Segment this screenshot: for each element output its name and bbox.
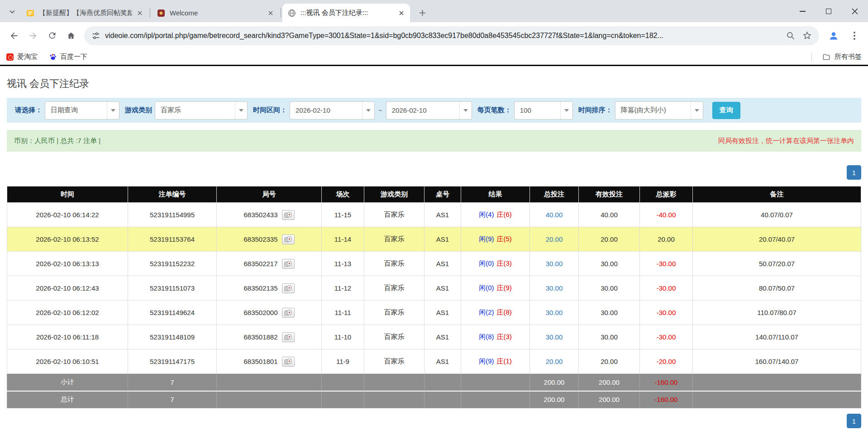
time-cell: 2026-02-10 06:12:43 <box>7 276 128 301</box>
replay-icon[interactable] <box>282 259 295 269</box>
valid-bet-cell: 30.00 <box>579 325 640 349</box>
sort-value: 降冪(由大到小) <box>615 106 691 115</box>
payout-cell: 20.00 <box>640 227 693 252</box>
empty-cell <box>461 374 530 391</box>
page-number-button[interactable]: 1 <box>847 165 861 180</box>
column-header-4: 游戏类别 <box>364 186 424 203</box>
total-bet-link[interactable]: 30.00 <box>530 276 579 301</box>
round-id-cell: 683502135 <box>217 276 322 301</box>
tab-bet-records-active[interactable]: :::视讯 会员下注纪录::: <box>282 4 410 22</box>
bookmark-star-icon[interactable] <box>802 31 812 40</box>
game-type-cell: 百家乐 <box>364 325 424 349</box>
page-size-value: 100 <box>515 106 560 114</box>
total-bet-link[interactable]: 20.00 <box>530 349 579 374</box>
sort-select[interactable]: 降冪(由大到小) <box>615 101 703 119</box>
session-cell: 11-15 <box>322 203 364 227</box>
replay-icon[interactable] <box>282 234 295 244</box>
time-cell: 2026-02-10 06:11:18 <box>7 325 128 349</box>
result-cell: 闲(0) 庄(9) <box>461 276 530 301</box>
browser-menu-button[interactable] <box>845 27 863 45</box>
all-bookmarks[interactable]: 所有书签 <box>811 53 862 61</box>
refresh-button[interactable] <box>43 26 62 45</box>
pagination-bottom: 1 <box>7 414 861 428</box>
column-header-1: 注单编号 <box>128 186 217 203</box>
zoom-icon[interactable] <box>786 31 795 40</box>
result-banker: 庄(6) <box>497 210 512 219</box>
total-bet-link[interactable]: 20.00 <box>530 227 579 252</box>
replay-icon[interactable] <box>282 308 295 318</box>
query-type-select[interactable]: 日期查询 <box>45 101 119 119</box>
page-top-divider <box>0 65 868 66</box>
replay-icon[interactable] <box>282 332 295 342</box>
empty-cell <box>322 391 364 408</box>
round-id-cell: 683502433 <box>217 203 322 227</box>
minimize-button[interactable] <box>789 0 816 22</box>
search-button[interactable]: 查询 <box>712 102 740 119</box>
total-bet-link[interactable]: 30.00 <box>530 252 579 276</box>
table-row: 2026-02-10 06:12:43 523191151073 6835021… <box>7 276 861 301</box>
bookmark-baidu[interactable]: 百度一下 <box>49 53 87 61</box>
round-id-cell: 683501882 <box>217 325 322 349</box>
page-number-button[interactable]: 1 <box>847 414 861 428</box>
valid-bet-cell: 30.00 <box>579 301 640 325</box>
close-window-button[interactable] <box>842 0 868 22</box>
replay-icon[interactable] <box>282 283 295 293</box>
pagination-top: 1 <box>7 165 861 180</box>
session-cell: 11-12 <box>322 276 364 301</box>
query-type-value: 日期查询 <box>45 106 107 115</box>
total-valid-bet: 200.00 <box>579 391 640 408</box>
total-bet-link[interactable]: 30.00 <box>530 301 579 325</box>
column-header-2: 局号 <box>217 186 322 203</box>
home-button[interactable] <box>62 26 81 45</box>
column-header-8: 有效投注 <box>579 186 640 203</box>
chevron-down-icon <box>107 102 119 119</box>
game-type-select[interactable]: 百家乐 <box>155 101 248 119</box>
empty-cell <box>364 374 424 391</box>
empty-cell <box>217 374 322 391</box>
session-cell: 11-14 <box>322 227 364 252</box>
tab-close-icon[interactable] <box>267 9 275 17</box>
chevron-down-icon <box>235 102 247 119</box>
column-header-7: 总投注 <box>530 186 579 203</box>
round-id-cell: 683502000 <box>217 301 322 325</box>
tab-welcome[interactable]: Welcome <box>152 4 279 22</box>
game-type-cell: 百家乐 <box>364 276 424 301</box>
profile-avatar[interactable] <box>825 27 843 45</box>
browser-toolbar: videoie.com/ipl/portal.php/game/betrecor… <box>0 22 868 49</box>
bet-records-table: 时间注单编号局号场次游戏类别桌号结果总投注有效投注总派彩备注 2026-02-1… <box>7 186 861 408</box>
column-header-10: 备注 <box>693 186 861 203</box>
tab-close-icon[interactable] <box>397 9 405 17</box>
new-tab-button[interactable] <box>415 6 429 19</box>
folder-icon <box>822 53 830 61</box>
range-separator: ~ <box>378 106 382 114</box>
address-bar[interactable]: videoie.com/ipl/portal.php/game/betrecor… <box>84 26 819 45</box>
total-bet-link[interactable]: 30.00 <box>530 325 579 349</box>
payout-cell: -30.00 <box>640 301 693 325</box>
info-bar: 币别：人民币 | 总共 :7 注单 | 同局有效投注，统一计算在该局第一张注单内 <box>7 130 861 152</box>
replay-icon[interactable] <box>282 357 295 367</box>
back-button[interactable] <box>5 26 24 45</box>
column-header-3: 场次 <box>322 186 364 203</box>
result-player: 闲(8) <box>479 333 494 341</box>
page-size-select[interactable]: 100 <box>514 101 573 119</box>
maximize-button[interactable] <box>816 0 842 22</box>
url-text[interactable]: videoie.com/ipl/portal.php/game/betrecor… <box>105 32 781 40</box>
tab-close-icon[interactable] <box>136 9 144 17</box>
tab-forum[interactable]: 【新提醒】【海燕优质回帖奖励 <box>21 4 148 22</box>
result-player: 闲(0) <box>479 259 494 268</box>
total-bet-link[interactable]: 40.00 <box>530 203 579 227</box>
bet-id-cell: 523191149624 <box>128 301 217 325</box>
remark-cell: 110.07/80.07 <box>693 301 861 325</box>
site-info-icon[interactable] <box>91 31 100 40</box>
subtotal-label: 小计 <box>7 374 128 391</box>
result-cell: 闲(2) 庄(8) <box>461 301 530 325</box>
date-from-input[interactable]: 2026-02-10 <box>290 101 375 119</box>
tab-search-chevron-icon[interactable] <box>7 7 17 17</box>
forward-button[interactable] <box>24 26 43 45</box>
game-type-cell: 百家乐 <box>364 301 424 325</box>
window-controls <box>789 0 868 22</box>
date-to-input[interactable]: 2026-02-10 <box>386 101 472 119</box>
replay-icon[interactable] <box>282 210 295 220</box>
bookmark-aitaobao[interactable]: 爱淘宝 <box>6 53 38 61</box>
total-payout: -160.00 <box>640 391 693 408</box>
